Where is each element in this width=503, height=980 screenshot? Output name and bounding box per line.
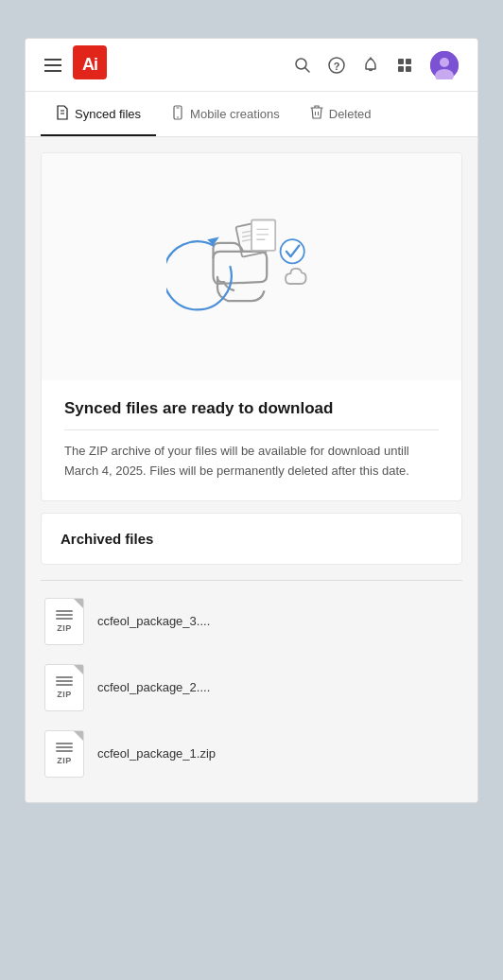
- svg-text:Ai: Ai: [82, 54, 97, 73]
- archived-files-title: Archived files: [61, 531, 442, 547]
- svg-point-18: [177, 116, 179, 118]
- tab-synced-files[interactable]: Synced files: [41, 92, 156, 136]
- file-item-2[interactable]: ZIP ccfeol_package_2....: [41, 655, 462, 721]
- file-item-3[interactable]: ZIP ccfeol_package_3....: [41, 588, 462, 655]
- tab-mobile-creations-label: Mobile creations: [190, 107, 280, 121]
- svg-rect-7: [398, 59, 404, 64]
- search-icon[interactable]: [294, 57, 311, 74]
- svg-rect-9: [398, 66, 404, 72]
- tab-deleted[interactable]: Deleted: [295, 92, 387, 136]
- svg-line-3: [305, 67, 310, 72]
- svg-rect-10: [406, 66, 411, 72]
- grid-icon[interactable]: [396, 57, 413, 74]
- deleted-tab-icon: [310, 105, 323, 123]
- svg-rect-25: [252, 220, 275, 251]
- svg-line-24: [242, 239, 252, 241]
- file-name-3: ccfeol_package_3....: [97, 614, 210, 628]
- mobile-creations-tab-icon: [171, 105, 184, 123]
- illustration-area: [42, 153, 461, 380]
- zip-icon-1: ZIP: [44, 730, 84, 778]
- menu-icon[interactable]: [44, 59, 61, 72]
- card-divider: [64, 429, 439, 430]
- svg-point-12: [440, 58, 449, 67]
- illustration-card: Synced files are ready to download The Z…: [41, 152, 462, 501]
- file-list-divider: [41, 580, 462, 581]
- help-icon[interactable]: ?: [328, 57, 345, 74]
- header-left: Ai: [44, 45, 107, 85]
- archived-files-card: Archived files: [41, 513, 462, 565]
- header: Ai ?: [26, 39, 477, 92]
- file-name-1: ccfeol_package_1.zip: [97, 746, 216, 761]
- synced-files-tab-icon: [56, 105, 69, 123]
- file-item-1[interactable]: ZIP ccfeol_package_1.zip: [41, 721, 462, 787]
- adobe-logo: Ai: [73, 45, 107, 85]
- card-title: Synced files are ready to download: [64, 399, 439, 418]
- tabs-bar: Synced files Mobile creations Deleted: [26, 92, 477, 137]
- tab-synced-files-label: Synced files: [75, 107, 141, 121]
- tab-mobile-creations[interactable]: Mobile creations: [156, 92, 295, 136]
- avatar[interactable]: [430, 51, 459, 79]
- tab-deleted-label: Deleted: [329, 107, 372, 121]
- header-right: ?: [294, 51, 459, 79]
- zip-icon-2: ZIP: [44, 664, 84, 711]
- notification-icon[interactable]: [362, 57, 379, 74]
- app-window: Ai ?: [25, 38, 478, 803]
- card-description: The ZIP archive of your files will be av…: [64, 442, 439, 481]
- main-content: Synced files are ready to download The Z…: [26, 137, 477, 580]
- svg-text:?: ?: [334, 60, 340, 71]
- file-list-area: ZIP ccfeol_package_3.... ZIP ccfeol_pack…: [26, 580, 477, 802]
- card-body: Synced files are ready to download The Z…: [42, 380, 461, 500]
- zip-icon-3: ZIP: [44, 598, 84, 645]
- file-name-2: ccfeol_package_2....: [97, 680, 210, 694]
- svg-rect-8: [406, 59, 411, 64]
- svg-point-30: [281, 239, 304, 263]
